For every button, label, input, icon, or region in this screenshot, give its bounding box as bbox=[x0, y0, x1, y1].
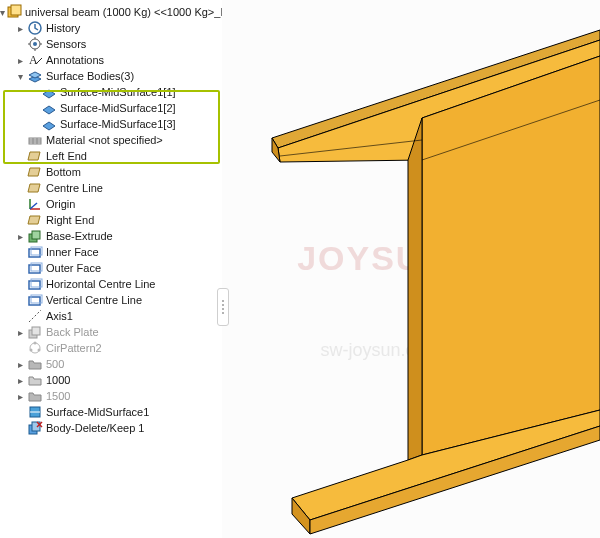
tree-item-sb2[interactable]: Surface-MidSurface1[2] bbox=[0, 100, 222, 116]
tree-item-annot[interactable]: ▸AAnnotations bbox=[0, 52, 222, 68]
expand-icon[interactable]: ▸ bbox=[14, 375, 26, 386]
sketch-icon bbox=[27, 292, 43, 308]
tree-item-label: Axis1 bbox=[46, 310, 73, 322]
feature-tree[interactable]: ▾universal beam (1000 Kg) <<1000 Kg>_P▸H… bbox=[0, 0, 222, 436]
body-delete-icon bbox=[27, 420, 43, 436]
tree-item-label: Bottom bbox=[46, 166, 81, 178]
tree-item-label: Surface-MidSurface1 bbox=[46, 406, 149, 418]
tree-item-axis[interactable]: Axis1 bbox=[0, 308, 222, 324]
svg-marker-45 bbox=[408, 118, 422, 460]
plane-icon bbox=[27, 148, 43, 164]
tree-item-right[interactable]: Right End bbox=[0, 212, 222, 228]
part-icon bbox=[6, 4, 22, 20]
surface-bodies-icon bbox=[27, 68, 43, 84]
collapse-icon[interactable]: ▾ bbox=[0, 7, 5, 18]
model-beam bbox=[222, 0, 600, 538]
tree-item-label: Outer Face bbox=[46, 262, 101, 274]
app-root: ▾universal beam (1000 Kg) <<1000 Kg>_P▸H… bbox=[0, 0, 600, 538]
tree-item-hcl[interactable]: Horizontal Centre Line bbox=[0, 276, 222, 292]
feature-tree-panel: ▾universal beam (1000 Kg) <<1000 Kg>_P▸H… bbox=[0, 0, 222, 538]
tree-item-label: 1500 bbox=[46, 390, 70, 402]
axis-icon bbox=[27, 308, 43, 324]
tree-item-label: Surface-MidSurface1[3] bbox=[60, 118, 176, 130]
tree-item-label: 1000 bbox=[46, 374, 70, 386]
panel-resize-grip[interactable] bbox=[217, 288, 229, 326]
graphics-viewport[interactable]: JOYSUN sw-joysun.com.cn bbox=[222, 0, 600, 538]
folder-icon bbox=[27, 372, 43, 388]
surface-icon bbox=[41, 100, 57, 116]
tree-item-label: Right End bbox=[46, 214, 94, 226]
tree-item-surfbodies[interactable]: ▾Surface Bodies(3) bbox=[0, 68, 222, 84]
tree-item-label: History bbox=[46, 22, 80, 34]
tree-item-bdk[interactable]: Body-Delete/Keep 1 bbox=[0, 420, 222, 436]
svg-marker-44 bbox=[422, 56, 600, 455]
tree-item-sb1[interactable]: Surface-MidSurface1[1] bbox=[0, 84, 222, 100]
svg-rect-31 bbox=[32, 327, 40, 335]
tree-item-mids[interactable]: Surface-MidSurface1 bbox=[0, 404, 222, 420]
svg-text:A: A bbox=[29, 53, 38, 67]
tree-item-base[interactable]: ▸Base-Extrude bbox=[0, 228, 222, 244]
tree-item-sensors[interactable]: Sensors bbox=[0, 36, 222, 52]
tree-item-back[interactable]: ▸Back Plate bbox=[0, 324, 222, 340]
tree-item-f1000[interactable]: ▸1000 bbox=[0, 372, 222, 388]
collapse-icon[interactable]: ▾ bbox=[14, 71, 26, 82]
tree-item-vcl[interactable]: Vertical Centre Line bbox=[0, 292, 222, 308]
svg-point-4 bbox=[33, 42, 37, 46]
tree-item-label: Body-Delete/Keep 1 bbox=[46, 422, 144, 434]
plane-icon bbox=[27, 180, 43, 196]
tree-item-label: CirPattern2 bbox=[46, 342, 102, 354]
tree-item-sb3[interactable]: Surface-MidSurface1[3] bbox=[0, 116, 222, 132]
svg-line-29 bbox=[29, 310, 41, 322]
origin-icon bbox=[27, 196, 43, 212]
tree-item-label: Sensors bbox=[46, 38, 86, 50]
tree-item-material[interactable]: Material <not specified> bbox=[0, 132, 222, 148]
tree-item-label: Vertical Centre Line bbox=[46, 294, 142, 306]
svg-point-35 bbox=[30, 349, 33, 352]
tree-item-label: Surface-MidSurface1[2] bbox=[60, 102, 176, 114]
material-icon bbox=[27, 132, 43, 148]
tree-item-label: Centre Line bbox=[46, 182, 103, 194]
tree-item-label: Material <not specified> bbox=[46, 134, 163, 146]
expand-icon[interactable]: ▸ bbox=[14, 327, 26, 338]
tree-item-label: 500 bbox=[46, 358, 64, 370]
plane-icon bbox=[27, 164, 43, 180]
tree-item-f1500[interactable]: ▸1500 bbox=[0, 388, 222, 404]
tree-item-label: Inner Face bbox=[46, 246, 99, 258]
tree-item-label: Horizontal Centre Line bbox=[46, 278, 155, 290]
expand-icon[interactable]: ▸ bbox=[14, 359, 26, 370]
tree-item-left[interactable]: Left End bbox=[0, 148, 222, 164]
tree-item-root[interactable]: ▾universal beam (1000 Kg) <<1000 Kg>_P bbox=[0, 4, 222, 20]
surface-icon bbox=[41, 116, 57, 132]
tree-item-history[interactable]: ▸History bbox=[0, 20, 222, 36]
midsurface-feature-icon bbox=[27, 404, 43, 420]
circular-pattern-icon bbox=[27, 340, 43, 356]
tree-item-f500[interactable]: ▸500 bbox=[0, 356, 222, 372]
expand-icon[interactable]: ▸ bbox=[14, 391, 26, 402]
sketch-icon bbox=[27, 244, 43, 260]
sketch-icon bbox=[27, 260, 43, 276]
tree-item-bottom[interactable]: Bottom bbox=[0, 164, 222, 180]
svg-line-18 bbox=[30, 203, 37, 209]
tree-item-label: Back Plate bbox=[46, 326, 99, 338]
tree-item-outer[interactable]: Outer Face bbox=[0, 260, 222, 276]
sketch-icon bbox=[27, 276, 43, 292]
tree-item-label: Surface Bodies(3) bbox=[46, 70, 134, 82]
tree-item-origin[interactable]: Origin bbox=[0, 196, 222, 212]
tree-item-label: Annotations bbox=[46, 54, 104, 66]
svg-point-33 bbox=[34, 342, 37, 345]
tree-item-cir[interactable]: CirPattern2 bbox=[0, 340, 222, 356]
expand-icon[interactable]: ▸ bbox=[14, 55, 26, 66]
tree-item-label: Surface-MidSurface1[1] bbox=[60, 86, 176, 98]
svg-point-34 bbox=[38, 349, 41, 352]
extrude-feature-icon bbox=[27, 228, 43, 244]
expand-icon[interactable]: ▸ bbox=[14, 23, 26, 34]
tree-item-centre[interactable]: Centre Line bbox=[0, 180, 222, 196]
tree-item-inner[interactable]: Inner Face bbox=[0, 244, 222, 260]
expand-icon[interactable]: ▸ bbox=[14, 231, 26, 242]
sensors-icon bbox=[27, 36, 43, 52]
tree-item-label: Base-Extrude bbox=[46, 230, 113, 242]
suppressed-extrude-icon bbox=[27, 324, 43, 340]
history-icon bbox=[27, 20, 43, 36]
tree-item-label: Left End bbox=[46, 150, 87, 162]
svg-rect-1 bbox=[11, 5, 21, 15]
